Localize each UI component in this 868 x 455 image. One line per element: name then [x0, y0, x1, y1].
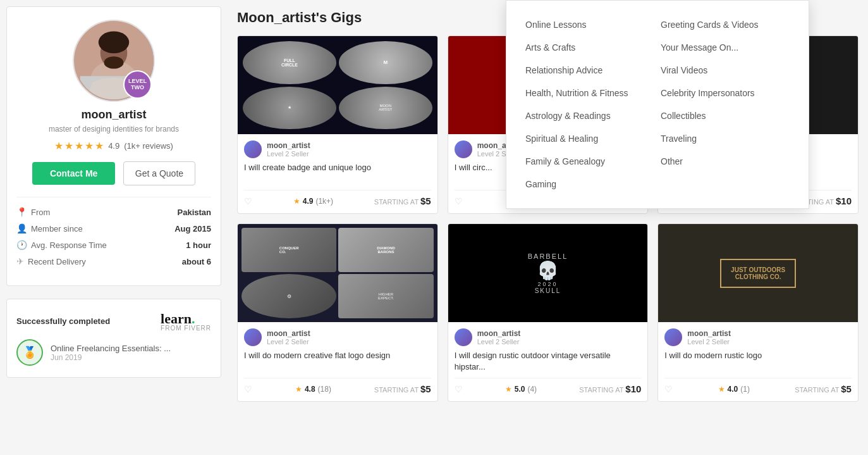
gig-card-6: JUST OUTDOORSCLOTHING CO. moon_artist Le… [657, 223, 859, 402]
gig-title-1: I will create badge and unique logo [244, 162, 431, 185]
seller-level-6: Level 2 Seller [687, 338, 731, 346]
svg-point-5 [99, 31, 129, 53]
dropdown-item-spiritual[interactable]: Spiritual & Healing [522, 127, 657, 150]
seller-level-1: Level 2 Seller [267, 150, 310, 158]
svg-point-6 [104, 56, 123, 68]
seller-avatar-1 [244, 140, 262, 158]
learn-header: Successfully completed learn. FROM FIVER… [16, 311, 211, 332]
dropdown-item-gaming[interactable]: Gaming [522, 173, 657, 196]
star-3: ★ [75, 140, 83, 152]
dropdown-left-col: Online Lessons Arts & Crafts Relationshi… [522, 13, 657, 196]
rating-row: ★ ★ ★ ★ ★ 4.9 (1k+ reviews) [16, 140, 211, 152]
dropdown-item-family[interactable]: Family & Genealogy [522, 150, 657, 173]
profile-card: LEVEL TWO moon_artist master of desiging… [6, 6, 221, 286]
gig-card-5: BARBELL 💀 2020 SKULL moon_artist Level 2… [448, 223, 649, 402]
seller-avatar-2 [455, 140, 472, 158]
dropdown-item-greeting-cards[interactable]: Greeting Cards & Videos [657, 13, 793, 36]
heart-btn-5[interactable]: ♡ [455, 384, 463, 394]
learn-subtitle: FROM FIVERR [161, 325, 211, 332]
heart-btn-4[interactable]: ♡ [244, 384, 252, 394]
gig-title-6: I will do modern rustic logo [664, 350, 852, 373]
gig-title-5: I will design rustic outdoor vintage ver… [455, 350, 642, 373]
location-icon: 📍 [16, 207, 27, 217]
contact-button[interactable]: Contact Me [32, 162, 115, 185]
star-1: ★ [54, 140, 63, 152]
learn-title: Successfully completed [16, 316, 110, 326]
username: moon_artist [16, 108, 211, 122]
meta-member: 👤 Member since Aug 2015 [16, 223, 211, 234]
gig-card-1: FULLCIRCLE M ★ MOONARTIST moon_artist Le… [237, 35, 438, 214]
seller-name-5: moon_artist [477, 329, 521, 338]
gig-title-4: I will do modern creative flat logo desi… [244, 350, 431, 373]
level-badge: LEVEL TWO [123, 70, 152, 99]
clock-icon: 🕐 [16, 240, 27, 250]
meta-from: 📍 From Pakistan [16, 207, 211, 217]
gig-card-4: CONQUERCO. DIAMONDBARONS ⚙ HIGHEREXPECT.… [237, 223, 438, 402]
gig-image-5: BARBELL 💀 2020 SKULL [448, 224, 648, 322]
action-buttons: Contact Me Get a Quote [16, 161, 211, 185]
dropdown-item-celebrity[interactable]: Celebrity Impersonators [657, 82, 793, 104]
dropdown-item-arts-crafts[interactable]: Arts & Crafts [522, 36, 657, 59]
dropdown-grid: Online Lessons Arts & Crafts Relationshi… [522, 13, 793, 196]
gig-image-1: FULLCIRCLE M ★ MOONARTIST [238, 36, 437, 134]
profile-meta: 📍 From Pakistan 👤 Member since Aug 2015 … [16, 197, 211, 266]
seller-level-5: Level 2 Seller [477, 338, 521, 346]
learn-card: Successfully completed learn. FROM FIVER… [6, 299, 221, 378]
heart-btn-2[interactable]: ♡ [455, 196, 463, 206]
dropdown-item-relationship-advice[interactable]: Relationship Advice [522, 59, 657, 82]
gig-image-6: JUST OUTDOORSCLOTHING CO. [658, 224, 858, 322]
gig-image-4: CONQUERCO. DIAMONDBARONS ⚙ HIGHEREXPECT. [238, 224, 437, 322]
tagline: master of desiging identities for brands [16, 125, 211, 134]
learn-item-name: Online Freelancing Essentials: ... [51, 344, 171, 353]
seller-name-1: moon_artist [267, 141, 310, 150]
seller-level-4: Level 2 Seller [267, 338, 310, 346]
dropdown-item-viral-videos[interactable]: Viral Videos [657, 59, 793, 82]
dropdown-item-other[interactable]: Other [657, 150, 793, 173]
delivery-icon: ✈ [16, 256, 24, 266]
learn-badge-icon: 🏅 [16, 339, 43, 366]
dropdown-item-health-nutrition[interactable]: Health, Nutrition & Fitness [522, 82, 657, 104]
dropdown-item-astrology[interactable]: Astrology & Readings [522, 104, 657, 127]
quote-button[interactable]: Get a Quote [123, 161, 195, 185]
meta-response: 🕐 Avg. Response Time 1 hour [16, 240, 211, 250]
learn-item-date: Jun 2019 [51, 353, 171, 362]
meta-delivery: ✈ Recent Delivery about 6 [16, 256, 211, 266]
star-5: ★ [95, 140, 104, 152]
heart-btn-1[interactable]: ♡ [244, 196, 252, 206]
rating-value: 4.9 [108, 141, 119, 151]
member-icon: 👤 [16, 223, 27, 234]
category-dropdown: Online Lessons Arts & Crafts Relationshi… [506, 0, 809, 209]
seller-name-4: moon_artist [267, 329, 310, 338]
heart-btn-6[interactable]: ♡ [664, 384, 673, 394]
review-count: (1k+ reviews) [124, 141, 173, 151]
dropdown-item-traveling[interactable]: Traveling [657, 127, 793, 150]
star-4: ★ [85, 140, 94, 152]
dropdown-item-your-message[interactable]: Your Message On... [657, 36, 793, 59]
avatar-wrapper: LEVEL TWO [73, 20, 155, 102]
seller-avatar-4 [244, 328, 262, 346]
seller-avatar-5 [455, 328, 472, 346]
learn-item: 🏅 Online Freelancing Essentials: ... Jun… [16, 339, 211, 366]
dropdown-right-col: Greeting Cards & Videos Your Message On.… [657, 13, 793, 196]
star-2: ★ [64, 140, 73, 152]
level-two-text: TWO [131, 85, 144, 91]
dropdown-item-collectibles[interactable]: Collectibles [657, 104, 793, 127]
seller-name-6: moon_artist [687, 329, 731, 338]
dropdown-item-online-lessons[interactable]: Online Lessons [522, 13, 657, 36]
seller-avatar-6 [664, 328, 682, 346]
